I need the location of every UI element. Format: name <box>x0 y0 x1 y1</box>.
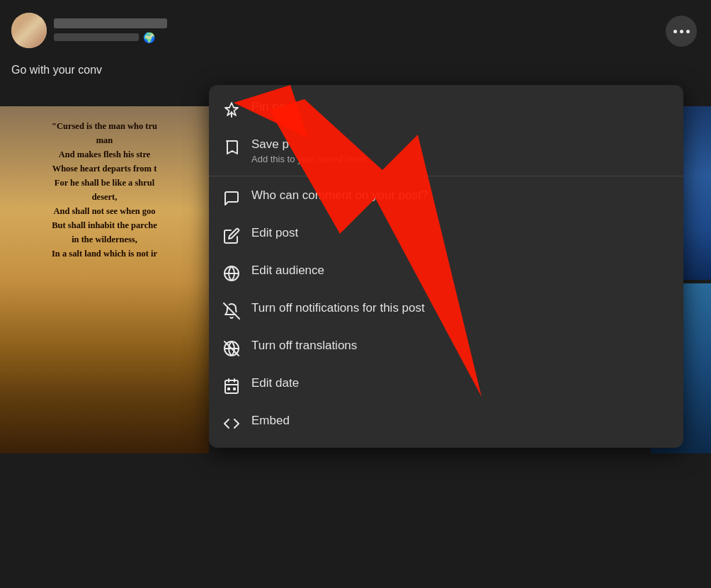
dropdown-menu: Pin post Save p Add this to your saved i… <box>209 85 683 448</box>
edit-post-label: Edit post <box>251 225 298 241</box>
menu-item-who-can-comment[interactable]: Who can comment on your post? <box>209 179 683 217</box>
menu-item-turn-off-translations[interactable]: Turn off translations <box>209 329 683 367</box>
embed-label: Embed <box>251 413 290 429</box>
bookmark-icon <box>222 137 241 157</box>
menu-item-edit-post[interactable]: Edit post <box>209 217 683 254</box>
who-can-comment-label: Who can comment on your post? <box>251 188 428 203</box>
post-text: Go with your conv <box>11 64 102 77</box>
menu-item-edit-audience[interactable]: Edit audience <box>209 254 683 292</box>
menu-item-pin-post[interactable]: Pin post <box>209 91 683 128</box>
edit-audience-label: Edit audience <box>251 263 324 278</box>
menu-item-embed[interactable]: Embed <box>209 405 683 442</box>
svg-rect-12 <box>233 388 236 390</box>
edit-date-label: Edit date <box>251 375 299 391</box>
edit-audience-text: Edit audience <box>251 263 324 278</box>
comment-icon <box>222 188 241 208</box>
save-post-label: Save p <box>251 137 370 152</box>
calendar-icon <box>222 376 241 396</box>
scripture-text: "Cursed is the man who trumanAnd makes f… <box>0 106 209 273</box>
embed-icon <box>222 414 241 434</box>
dot1 <box>673 30 677 33</box>
edit-date-text: Edit date <box>251 375 299 391</box>
notifications-text: Turn off notifications for this post <box>251 300 425 316</box>
edit-post-text: Edit post <box>251 225 298 241</box>
post-header: 🌍 <box>11 13 167 48</box>
left-image: "Cursed is the man who trumanAnd makes f… <box>0 106 209 453</box>
menu-item-edit-date[interactable]: Edit date <box>209 367 683 405</box>
meta-bar: 🌍 <box>54 32 167 43</box>
save-post-sublabel: Add this to your saved items. <box>251 154 370 164</box>
menu-item-turn-off-notifications[interactable]: Turn off notifications for this post <box>209 292 683 329</box>
pin-post-text: Pin post <box>251 99 295 115</box>
pin-post-label: Pin post <box>251 99 295 115</box>
menu-item-save-post[interactable]: Save p Add this to your saved items. <box>209 128 683 173</box>
bell-off-icon <box>222 301 241 321</box>
menu-divider-1 <box>209 176 683 176</box>
edit-icon <box>222 226 241 246</box>
svg-rect-7 <box>225 380 238 393</box>
globe-audience-icon <box>222 264 241 283</box>
save-post-text: Save p Add this to your saved items. <box>251 137 370 164</box>
dot2 <box>680 30 683 33</box>
comment-text: Who can comment on your post? <box>251 188 428 203</box>
turn-off-notifications-label: Turn off notifications for this post <box>251 300 425 316</box>
svg-rect-11 <box>227 388 230 390</box>
username-bar <box>54 18 167 28</box>
turn-off-translations-label: Turn off translations <box>251 338 357 354</box>
user-info: 🌍 <box>54 18 167 43</box>
dot3 <box>686 30 690 33</box>
more-options-button[interactable] <box>666 16 697 47</box>
embed-text: Embed <box>251 413 290 429</box>
pin-icon <box>222 100 241 120</box>
meta-line <box>54 33 139 41</box>
more-dots <box>673 30 690 33</box>
avatar <box>11 13 47 48</box>
svg-line-3 <box>224 303 239 319</box>
translations-text: Turn off translations <box>251 338 357 354</box>
translation-icon <box>222 339 241 358</box>
globe-icon: 🌍 <box>143 32 154 43</box>
